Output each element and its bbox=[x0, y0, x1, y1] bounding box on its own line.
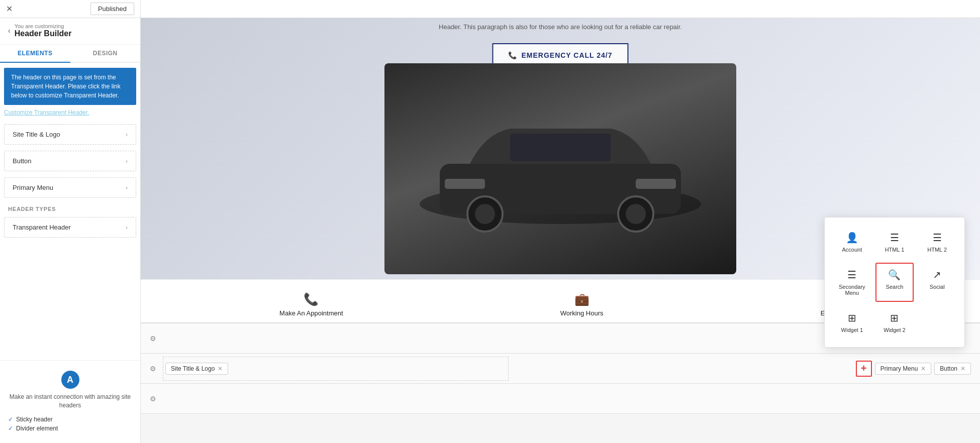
top-bar: ✕ Published bbox=[0, 0, 980, 18]
svg-rect-6 bbox=[510, 134, 611, 161]
remove-tag-icon[interactable]: ✕ bbox=[218, 365, 223, 372]
popup-label: Widget 1 bbox=[841, 327, 863, 333]
builder-tag-primary-menu[interactable]: Primary Menu ✕ bbox=[875, 363, 932, 375]
sidebar-item-button[interactable]: Button › bbox=[4, 151, 136, 171]
popup-item-secondary-menu[interactable]: ☰ Secondary Menu bbox=[833, 263, 871, 302]
tab-elements[interactable]: ELEMENTS bbox=[0, 45, 70, 63]
phone-icon: 📞 bbox=[304, 292, 319, 306]
account-icon: 👤 bbox=[846, 232, 858, 244]
service-appointment: 📞 Make An Appointment bbox=[279, 292, 343, 317]
svg-rect-8 bbox=[636, 179, 676, 189]
sidebar-item-transparent-header[interactable]: Transparent Header › bbox=[4, 217, 136, 238]
check-icon: ✓ bbox=[8, 425, 13, 432]
row-content-2: Site Title & Logo ✕ bbox=[163, 357, 509, 381]
astra-icon: A bbox=[61, 371, 79, 389]
widget1-icon: ⊞ bbox=[848, 312, 856, 324]
chevron-right-icon: › bbox=[126, 131, 128, 138]
builder-row-3: ⚙ bbox=[141, 384, 980, 414]
popup-label: HTML 1 bbox=[885, 247, 905, 253]
phone-icon: 📞 bbox=[508, 51, 517, 59]
row-settings-icon-3[interactable]: ⚙ bbox=[146, 392, 160, 406]
add-element-button[interactable]: + bbox=[856, 361, 872, 377]
social-icon: ↗ bbox=[933, 269, 941, 281]
secondary-menu-icon: ☰ bbox=[847, 269, 856, 281]
hero-text: Header. This paragraph is also for those… bbox=[141, 23, 980, 31]
tag-label: Site Title & Logo bbox=[171, 365, 215, 372]
briefcase-icon: 💼 bbox=[574, 292, 590, 306]
popup-item-social[interactable]: ↗ Social bbox=[918, 263, 956, 302]
html2-icon: ☰ bbox=[933, 232, 942, 244]
sidebar-tabs: ELEMENTS DESIGN bbox=[0, 45, 140, 63]
popup-label: Search bbox=[886, 284, 904, 290]
widget2-icon: ⊞ bbox=[890, 312, 899, 324]
popup-item-html1[interactable]: ☰ HTML 1 bbox=[875, 226, 914, 259]
sidebar-item-label: Primary Menu bbox=[13, 184, 53, 191]
section-header-header-types: HEADER TYPES bbox=[0, 201, 140, 214]
feature-label: Sticky header bbox=[16, 416, 53, 423]
popup-label: Widget 2 bbox=[884, 327, 905, 333]
sidebar-item-site-title-logo[interactable]: Site Title & Logo › bbox=[4, 124, 136, 145]
astra-brand: A Make an instant connection with amazin… bbox=[0, 360, 140, 443]
popup-label: HTML 2 bbox=[927, 247, 947, 253]
emergency-btn-label: EMERGENCY CALL 24/7 bbox=[521, 51, 612, 59]
car-image bbox=[384, 63, 736, 274]
sidebar-item-label: Button bbox=[13, 157, 32, 165]
chevron-right-icon: › bbox=[126, 224, 128, 231]
feature-label: Divider element bbox=[16, 425, 58, 432]
builder-row-2: ⚙ Site Title & Logo ✕ + Primary Menu ✕ bbox=[141, 354, 980, 384]
html1-icon: ☰ bbox=[890, 232, 899, 244]
main-layout: ‹ You are customizing Header Builder ELE… bbox=[0, 18, 980, 443]
popup-label: Social bbox=[930, 284, 945, 290]
svg-rect-7 bbox=[445, 179, 485, 189]
sidebar: ‹ You are customizing Header Builder ELE… bbox=[0, 18, 141, 443]
popup-item-search[interactable]: 🔍 Search bbox=[875, 263, 914, 302]
service-hours: 💼 Working Hours bbox=[560, 292, 604, 317]
row-content-3 bbox=[163, 387, 975, 411]
popup-label: Account bbox=[842, 247, 862, 253]
website-preview: Header. This paragraph is also for those… bbox=[141, 18, 980, 443]
service-label: Make An Appointment bbox=[279, 309, 343, 317]
back-button[interactable]: ‹ bbox=[8, 27, 11, 35]
tag-label: Button bbox=[940, 365, 957, 372]
popup-label: Secondary Menu bbox=[837, 284, 867, 296]
check-icon: ✓ bbox=[8, 416, 13, 423]
info-box: The header on this page is set from the … bbox=[4, 68, 136, 105]
sidebar-subtitle: You are customizing bbox=[15, 23, 72, 29]
car-svg bbox=[410, 103, 711, 234]
sidebar-item-primary-menu[interactable]: Primary Menu › bbox=[4, 177, 136, 198]
popup-item-widget2[interactable]: ⊞ Widget 2 bbox=[875, 306, 914, 339]
top-bar-left: ✕ Published bbox=[0, 0, 141, 18]
tag-label: Primary Menu bbox=[880, 365, 918, 372]
feature-divider-element: ✓ Divider element bbox=[8, 424, 132, 433]
astra-brand-text: Make an instant connection with amazing … bbox=[8, 393, 132, 410]
builder-tag-button[interactable]: Button ✕ bbox=[934, 363, 971, 375]
chevron-right-icon: › bbox=[126, 184, 128, 191]
sidebar-header: ‹ You are customizing Header Builder bbox=[0, 18, 140, 45]
tab-design[interactable]: DESIGN bbox=[70, 45, 141, 63]
popup-item-html2[interactable]: ☰ HTML 2 bbox=[918, 226, 956, 259]
popup-item-widget1[interactable]: ⊞ Widget 1 bbox=[833, 306, 871, 339]
elements-popup: 👤 Account ☰ HTML 1 ☰ HTML 2 ☰ Secondary … bbox=[824, 217, 965, 348]
close-button[interactable]: ✕ bbox=[6, 4, 13, 14]
sidebar-title: Header Builder bbox=[15, 29, 72, 38]
row-settings-icon-1[interactable]: ⚙ bbox=[146, 331, 160, 346]
row-settings-icon-2[interactable]: ⚙ bbox=[146, 362, 160, 376]
features-list: ✓ Sticky header ✓ Divider element bbox=[8, 415, 132, 433]
feature-sticky-header: ✓ Sticky header bbox=[8, 415, 132, 424]
builder-tag-site-title-logo[interactable]: Site Title & Logo ✕ bbox=[165, 363, 228, 375]
remove-tag-icon[interactable]: ✕ bbox=[921, 365, 926, 372]
chevron-right-icon: › bbox=[126, 158, 128, 165]
sidebar-item-label: Site Title & Logo bbox=[13, 131, 60, 138]
svg-point-5 bbox=[626, 204, 646, 224]
service-label: Working Hours bbox=[560, 309, 604, 317]
published-button[interactable]: Published bbox=[90, 3, 134, 15]
content-area: Header. This paragraph is also for those… bbox=[141, 18, 980, 443]
remove-tag-icon[interactable]: ✕ bbox=[960, 365, 965, 372]
sidebar-title-block: You are customizing Header Builder bbox=[15, 23, 72, 38]
svg-point-3 bbox=[475, 204, 495, 224]
search-icon: 🔍 bbox=[888, 269, 901, 281]
popup-item-account[interactable]: 👤 Account bbox=[833, 226, 871, 259]
customize-transparent-header-link[interactable]: Customize Transparent Header. bbox=[0, 107, 140, 121]
sidebar-item-label: Transparent Header bbox=[13, 224, 71, 231]
